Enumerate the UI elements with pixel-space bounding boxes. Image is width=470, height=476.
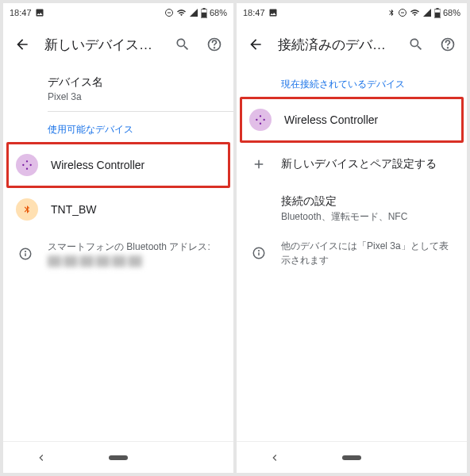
highlight-box: Wireless Controller	[3, 143, 233, 187]
footer-prefix: スマートフォンの Bluetooth アドレス:	[48, 241, 210, 252]
status-time: 18:47	[243, 8, 265, 17]
pair-new-label: 新しいデバイスとペア設定する	[281, 157, 454, 171]
device-name: Wireless Controller	[51, 159, 221, 171]
nav-back[interactable]	[265, 448, 284, 467]
nav-home[interactable]	[109, 448, 128, 467]
wifi-icon	[410, 8, 420, 17]
gamepad-icon	[249, 109, 272, 131]
svg-point-9	[25, 251, 26, 252]
search-button[interactable]	[173, 35, 192, 54]
info-icon	[249, 246, 268, 260]
nav-bar	[237, 441, 467, 473]
app-bar: 接続済みのデバイス	[237, 22, 467, 67]
connected-device-row[interactable]: Wireless Controller	[237, 98, 467, 142]
search-button[interactable]	[406, 35, 426, 54]
device-row-controller[interactable]: Wireless Controller	[3, 143, 233, 187]
bluetooth-address-row: スマートフォンの Bluetooth アドレス: ██:██:██:██:██:…	[3, 232, 233, 276]
connection-prefs-row[interactable]: 接続の設定 Bluetooth、運転モード、NFC	[237, 186, 467, 231]
svg-rect-14	[435, 12, 440, 17]
pair-new-row[interactable]: 新しいデバイスとペア設定する	[237, 142, 467, 186]
gamepad-icon	[16, 154, 38, 176]
device-name-label: デバイス名	[48, 75, 221, 90]
status-bar: 18:47 68%	[237, 3, 467, 22]
battery-pct: 68%	[210, 8, 227, 17]
device-name-row[interactable]: デバイス名 Pixel 3a	[3, 67, 233, 111]
back-button[interactable]	[13, 35, 32, 54]
nav-back[interactable]	[32, 448, 51, 467]
dnd-icon	[398, 8, 407, 17]
status-bar: 18:47 68%	[3, 3, 233, 22]
battery-icon	[201, 8, 207, 18]
content-area: デバイス名 Pixel 3a 使用可能なデバイス Wireless Contro…	[3, 67, 233, 441]
prefs-subtitle: Bluetooth、運転モード、NFC	[281, 210, 454, 224]
screen-pair-new: 18:47 68% 新しいデバイスとペア... デバイス名	[3, 3, 233, 473]
device-name-value: Pixel 3a	[48, 91, 221, 102]
svg-point-16	[448, 48, 449, 48]
battery-icon	[434, 8, 441, 18]
device-row-tnt[interactable]: TNT_BW	[3, 187, 233, 232]
svg-point-6	[214, 48, 215, 48]
footer-address: ██:██:██:██:██:██	[48, 255, 142, 267]
image-icon	[35, 8, 44, 17]
bluetooth-icon	[16, 198, 38, 221]
nav-home[interactable]	[342, 448, 361, 467]
svg-point-19	[259, 251, 260, 251]
nav-bar	[3, 441, 233, 473]
prefs-title: 接続の設定	[281, 194, 454, 209]
help-button[interactable]	[438, 35, 457, 54]
plus-icon	[249, 157, 268, 171]
help-button[interactable]	[205, 35, 224, 54]
dnd-icon	[164, 8, 174, 17]
signal-icon	[422, 8, 432, 17]
back-button[interactable]	[246, 35, 265, 54]
signal-icon	[189, 8, 198, 17]
wifi-icon	[176, 8, 187, 17]
svg-rect-3	[202, 8, 205, 10]
visibility-text: 他のデバイスには「Pixel 3a」として表示されます	[281, 239, 454, 267]
device-name: TNT_BW	[51, 203, 221, 216]
available-devices-label: 使用可能なデバイス	[3, 112, 233, 143]
battery-pct: 68%	[443, 8, 460, 17]
highlight-box: Wireless Controller	[237, 98, 467, 142]
status-time: 18:47	[10, 8, 32, 17]
connected-label: 現在接続されているデバイス	[237, 67, 467, 98]
bluetooth-status-icon	[387, 8, 395, 17]
content-area: 現在接続されているデバイス Wireless Controller 新しいデバイ…	[237, 67, 467, 441]
device-name: Wireless Controller	[284, 113, 454, 126]
app-bar: 新しいデバイスとペア...	[3, 22, 233, 67]
page-title: 新しいデバイスとペア...	[44, 36, 160, 54]
svg-rect-4	[202, 12, 206, 17]
svg-rect-13	[436, 8, 438, 10]
image-icon	[268, 8, 278, 17]
screen-connected: 18:47 68% 接続済みのデバイス 現在接続されているデバイス	[237, 3, 467, 473]
info-icon	[16, 247, 35, 261]
visibility-row: 他のデバイスには「Pixel 3a」として表示されます	[237, 231, 467, 275]
page-title: 接続済みのデバイス	[278, 36, 394, 54]
